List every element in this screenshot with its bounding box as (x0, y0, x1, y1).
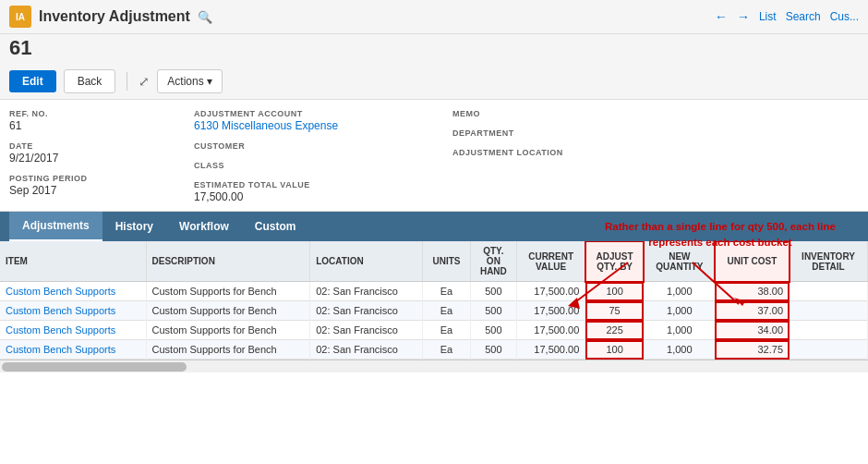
table-row: Custom Bench SupportsCustom Supports for… (0, 301, 868, 321)
table-row: Custom Bench SupportsCustom Supports for… (0, 321, 868, 340)
toolbar: Edit Back ⤢ Actions ▾ (0, 64, 868, 100)
col-header-current-value: CURRENTVALUE (516, 241, 585, 282)
department-field: DEPARTMENT (452, 128, 859, 139)
page-title: Inventory Adjustment (39, 8, 190, 25)
record-number: 61 (0, 34, 868, 64)
list-link[interactable]: List (759, 10, 777, 23)
scrollbar-thumb[interactable] (2, 362, 187, 372)
col-header-unit-cost: UNIT COST (715, 241, 789, 282)
cell-item[interactable]: Custom Bench Supports (0, 301, 146, 321)
class-field: CLASS (194, 161, 452, 171)
table-row: Custom Bench SupportsCustom Supports for… (0, 282, 868, 301)
cell-item[interactable]: Custom Bench Supports (0, 282, 146, 301)
edit-button[interactable]: Edit (9, 70, 56, 92)
cell-unit_cost: 34.00 (715, 321, 789, 340)
top-bar: IA Inventory Adjustment 🔍 ← → List Searc… (0, 0, 868, 34)
cell-qty_on_hand: 500 (470, 321, 516, 340)
cell-qty_on_hand: 500 (470, 301, 516, 321)
search-link[interactable]: Search (786, 10, 821, 23)
col-header-new-quantity: NEWQUANTITY (644, 241, 715, 282)
item-link[interactable]: Custom Bench Supports (6, 286, 140, 297)
cell-inventory_detail (790, 321, 868, 340)
ref-no-label: REF. NO. (9, 109, 194, 118)
actions-button[interactable]: Actions ▾ (157, 69, 223, 93)
cell-unit_cost: 37.00 (715, 301, 789, 321)
tab-history[interactable]: History (102, 213, 166, 240)
meta-section: REF. NO. 61 DATE 9/21/2017 POSTING PERIO… (0, 100, 868, 212)
cell-item[interactable]: Custom Bench Supports (0, 340, 146, 360)
app-icon: IA (9, 6, 31, 28)
move-icon: ⤢ (139, 74, 150, 89)
cell-adjust_qty_by: 100 (585, 282, 645, 301)
item-link[interactable]: Custom Bench Supports (6, 344, 140, 355)
cell-description: Custom Supports for Bench (146, 282, 310, 301)
estimated-total-value: 17,500.00 (194, 190, 452, 203)
cell-units: Ea (423, 340, 471, 360)
posting-period-value: Sep 2017 (9, 184, 194, 197)
cell-qty_on_hand: 500 (470, 340, 516, 360)
cell-qty_on_hand: 500 (470, 282, 516, 301)
col-header-inventory-detail: INVENTORYDETAIL (790, 241, 868, 282)
department-label: DEPARTMENT (452, 128, 859, 138)
col-header-item: ITEM (0, 241, 146, 282)
annotation-wrapper: Rather than a single line for qty 500, e… (0, 212, 868, 372)
meta-col-1: REF. NO. 61 DATE 9/21/2017 POSTING PERIO… (9, 109, 194, 203)
back-nav-arrow[interactable]: ← (715, 9, 728, 24)
cell-location: 02: San Francisco (310, 321, 423, 340)
tab-custom[interactable]: Custom (242, 213, 309, 240)
class-label: CLASS (194, 161, 452, 170)
col-header-adjust-qty: ADJUSTQTY. BY (585, 241, 645, 282)
col-header-units: UNITS (423, 241, 471, 282)
ref-no-field: REF. NO. 61 (9, 109, 194, 132)
cell-location: 02: San Francisco (310, 282, 423, 301)
cell-units: Ea (423, 301, 471, 321)
meta-col-3: MEMO DEPARTMENT ADJUSTMENT LOCATION (452, 109, 859, 203)
customer-field: CUSTOMER (194, 141, 452, 152)
forward-nav-arrow[interactable]: → (737, 9, 750, 24)
tabs-bar: Adjustments History Workflow Custom (0, 212, 868, 241)
customer-label: CUSTOMER (194, 141, 452, 151)
cell-description: Custom Supports for Bench (146, 321, 310, 340)
adj-account-field: ADJUSTMENT ACCOUNT 6130 Miscellaneous Ex… (194, 109, 452, 132)
cell-description: Custom Supports for Bench (146, 301, 310, 321)
table-body: Custom Bench SupportsCustom Supports for… (0, 282, 868, 360)
cell-units: Ea (423, 321, 471, 340)
adjustments-table-container: ITEM DESCRIPTION LOCATION UNITS QTY.ONHA… (0, 241, 868, 360)
cell-current_value: 17,500.00 (516, 321, 585, 340)
cell-inventory_detail (790, 340, 868, 360)
table-row: Custom Bench SupportsCustom Supports for… (0, 340, 868, 360)
meta-col-2: ADJUSTMENT ACCOUNT 6130 Miscellaneous Ex… (194, 109, 452, 203)
col-header-description: DESCRIPTION (146, 241, 310, 282)
cell-adjust_qty_by: 100 (585, 340, 645, 360)
col-header-location: LOCATION (310, 241, 423, 282)
cell-current_value: 17,500.00 (516, 282, 585, 301)
cell-new_quantity: 1,000 (644, 340, 715, 360)
cell-adjust_qty_by: 225 (585, 321, 645, 340)
date-value: 9/21/2017 (9, 152, 194, 165)
adj-account-value[interactable]: 6130 Miscellaneous Expense (194, 119, 452, 132)
cell-description: Custom Supports for Bench (146, 340, 310, 360)
memo-field: MEMO (452, 109, 859, 119)
customize-link[interactable]: Cus... (830, 10, 859, 23)
cell-inventory_detail (790, 282, 868, 301)
tab-workflow[interactable]: Workflow (166, 213, 242, 240)
posting-period-label: POSTING PERIOD (9, 174, 194, 183)
cell-new_quantity: 1,000 (644, 282, 715, 301)
toolbar-divider (127, 72, 127, 91)
back-button[interactable]: Back (64, 69, 116, 93)
ref-no-value: 61 (9, 119, 194, 132)
estimated-total-label: ESTIMATED TOTAL VALUE (194, 180, 452, 189)
cell-unit_cost: 38.00 (715, 282, 789, 301)
cell-adjust_qty_by: 75 (585, 301, 645, 321)
table-header-row: ITEM DESCRIPTION LOCATION UNITS QTY.ONHA… (0, 241, 868, 282)
memo-label: MEMO (452, 109, 859, 118)
col-header-qty-on-hand: QTY.ONHAND (470, 241, 516, 282)
posting-period-field: POSTING PERIOD Sep 2017 (9, 174, 194, 197)
item-link[interactable]: Custom Bench Supports (6, 324, 140, 336)
item-link[interactable]: Custom Bench Supports (6, 305, 140, 316)
adj-location-field: ADJUSTMENT LOCATION (452, 148, 859, 158)
cell-item[interactable]: Custom Bench Supports (0, 321, 146, 340)
tab-adjustments[interactable]: Adjustments (9, 212, 102, 241)
horizontal-scrollbar[interactable] (0, 360, 868, 372)
search-icon-top[interactable]: 🔍 (198, 10, 212, 24)
